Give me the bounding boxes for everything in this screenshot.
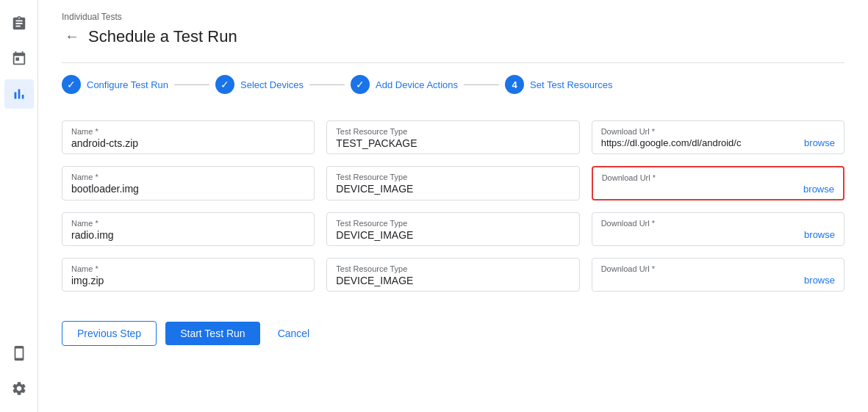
name-value-0: android-cts.zip [71,137,305,149]
name-value-2: radio.img [71,229,305,241]
type-value-3: DEVICE_IMAGE [336,275,570,286]
url-value-0: https://dl.google.com/dl/android/c [601,137,742,148]
page-title: Schedule a Test Run [88,27,237,46]
browse-link-0[interactable]: browse [798,137,835,148]
type-label-2: Test Resource Type [336,219,570,228]
resource-row-1: Name * bootloader.img Test Resource Type… [62,166,844,200]
browse-link-3[interactable]: browse [798,275,835,286]
type-value-0: TEST_PACKAGE [336,137,570,149]
back-button[interactable]: ← [62,25,82,48]
resource-name-field-0[interactable]: Name * android-cts.zip [62,120,315,154]
start-test-run-button[interactable]: Start Test Run [165,322,259,345]
step-2-label: Select Devices [240,79,304,90]
name-label-0: Name * [71,127,305,136]
step-3-label: Add Device Actions [376,79,458,90]
previous-step-button[interactable]: Previous Step [62,321,157,346]
step-1: Configure Test Run [62,75,168,94]
resource-url-field-2[interactable]: Download Url * browse [592,212,844,246]
name-value-3: img.zip [71,275,305,286]
resource-row-3: Name * img.zip Test Resource Type DEVICE… [62,258,844,292]
page-header: ← Schedule a Test Run [62,25,844,48]
name-label-2: Name * [71,219,305,228]
resource-name-field-1[interactable]: Name * bootloader.img [62,166,315,200]
sidebar-icon-clipboard[interactable] [4,9,34,38]
cancel-button[interactable]: Cancel [269,322,319,345]
resources-container: Name * android-cts.zip Test Resource Typ… [62,120,844,303]
step-3: Add Device Actions [351,75,458,94]
url-label-1: Download Url * [602,173,834,182]
resource-url-field-0[interactable]: Download Url * https://dl.google.com/dl/… [592,120,844,154]
step-connector-3 [464,84,499,85]
type-value-2: DEVICE_IMAGE [336,229,570,241]
main-content: Individual Tests ← Schedule a Test Run C… [38,0,868,412]
footer: Previous Step Start Test Run Cancel [62,321,844,346]
resource-name-field-2[interactable]: Name * radio.img [62,212,315,246]
name-label-3: Name * [71,264,305,273]
step-1-label: Configure Test Run [87,79,168,90]
sidebar-icon-settings[interactable] [4,374,34,403]
url-label-0: Download Url * [601,127,835,136]
sidebar-icon-chart[interactable] [4,79,34,109]
resource-row-0: Name * android-cts.zip Test Resource Typ… [62,120,844,154]
url-label-3: Download Url * [601,264,835,273]
step-3-circle [351,75,370,94]
sidebar-icon-calendar[interactable] [4,44,34,73]
step-4-label: Set Test Resources [530,79,612,90]
resource-url-field-3[interactable]: Download Url * browse [592,258,844,292]
name-label-1: Name * [71,173,305,181]
resource-row-2: Name * radio.img Test Resource Type DEVI… [62,212,844,246]
browse-link-1[interactable]: browse [797,184,834,195]
sidebar [0,0,38,412]
sidebar-icon-phone[interactable] [4,339,34,368]
resource-url-field-1[interactable]: Download Url * browse [592,166,844,200]
type-label-3: Test Resource Type [336,264,570,273]
step-connector-2 [309,84,345,85]
step-1-circle [62,75,81,94]
resource-type-field-1[interactable]: Test Resource Type DEVICE_IMAGE [326,166,579,200]
resource-type-field-0[interactable]: Test Resource Type TEST_PACKAGE [326,120,579,154]
resource-type-field-2[interactable]: Test Resource Type DEVICE_IMAGE [326,212,579,246]
type-label-0: Test Resource Type [336,127,570,136]
step-2: Select Devices [215,75,304,94]
step-2-circle [215,75,234,94]
name-value-1: bootloader.img [71,183,305,195]
url-label-2: Download Url * [601,219,835,228]
resource-type-field-3[interactable]: Test Resource Type DEVICE_IMAGE [326,258,579,292]
browse-link-2[interactable]: browse [798,229,835,240]
step-connector-1 [174,84,209,85]
type-value-1: DEVICE_IMAGE [336,183,570,195]
step-4-circle: 4 [505,75,524,94]
resource-name-field-3[interactable]: Name * img.zip [62,258,315,292]
stepper: Configure Test Run Select Devices Add De… [62,62,844,103]
step-4: 4 Set Test Resources [505,75,612,94]
breadcrumb: Individual Tests [62,12,844,22]
type-label-1: Test Resource Type [336,173,570,181]
